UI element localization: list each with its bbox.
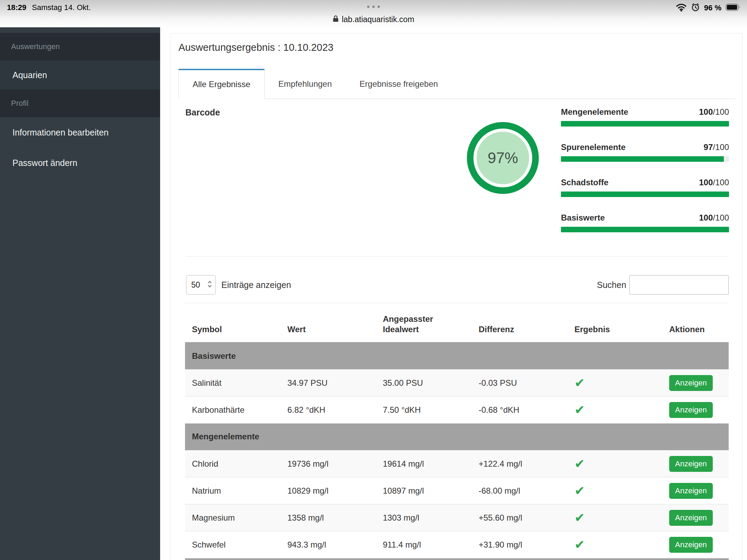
category-max: /100 [713,107,729,116]
col-differenz: Differenz [472,303,568,343]
check-icon: ✔ [574,457,585,471]
progress-bar [561,227,729,232]
ipad-status-bar: 18:29Samstag 14. Okt. 96 % [0,0,747,27]
category-value: 100 [699,178,713,187]
lock-icon [333,15,339,25]
category-max: /100 [713,178,729,187]
cell-idealwert: 19614 mg/l [376,450,472,477]
category-label: Spurenelemente [561,142,626,152]
battery-icon [726,3,741,12]
progress-fill [561,121,729,127]
category-label: Basiswerte [561,213,605,223]
progress-bar [561,156,729,162]
category-spurenelemente: Spurenelemente 97/100 [561,142,729,162]
cell-differenz: -0.68 °dKH [472,396,568,423]
progress-bar [561,192,729,197]
sidebar-header-profil: Profil [0,90,160,117]
score-donut: 97% [467,122,539,194]
page-size-select[interactable]: 50 [186,275,216,295]
table-row-schwefel: Schwefel 943.3 mg/l 911.4 mg/l +31.90 mg… [185,531,729,558]
check-icon: ✔ [574,511,585,525]
barcode-label: Barcode [185,108,220,118]
category-value: 97 [704,142,713,152]
cell-symbol: Magnesium [185,504,280,531]
cell-differenz: -0.03 PSU [472,370,568,396]
check-icon: ✔ [574,538,585,552]
table-row-salinitaet: Salinität 34.97 PSU 35.00 PSU -0.03 PSU … [185,370,729,396]
anzeigen-button[interactable]: Anzeigen [669,402,713,418]
col-symbol: Symbol [185,303,280,343]
category-basiswerte: Basiswerte 100/100 [561,213,729,232]
col-wert: Wert [280,303,376,343]
tab-empfehlungen[interactable]: Empfehlungen [265,69,346,99]
results-table: Symbol Wert Angepasster Idealwert Differ… [185,303,729,560]
anzeigen-button[interactable]: Anzeigen [669,483,713,499]
cell-symbol: Salinität [185,370,280,396]
stepper-chevrons-icon [207,280,212,290]
cell-symbol: Natrium [185,477,280,504]
search-input[interactable] [629,275,729,295]
table-row-magnesium: Magnesium 1358 mg/l 1303 mg/l +55.60 mg/… [185,504,729,531]
cell-symbol: Schwefel [185,531,280,558]
cell-wert: 34.97 PSU [280,370,376,396]
multitask-handle-dots[interactable] [367,6,380,8]
anzeigen-button[interactable]: Anzeigen [669,375,713,391]
tab-ergebnisse-freigeben[interactable]: Ergebnisse freigeben [346,69,452,99]
progress-fill [561,156,724,162]
check-icon: ✔ [574,484,585,498]
cell-idealwert: 7.50 °dKH [376,396,472,423]
status-time: 18:29 [7,3,26,12]
category-max: /100 [713,142,729,152]
tab-alle-ergebnisse[interactable]: Alle Ergebnisse [178,69,265,99]
main-content: Auswertungsergebnis : 10.10.2023 Alle Er… [160,27,747,560]
cell-wert: 6.82 °dKH [280,396,376,423]
table-section-cutoff [185,558,729,560]
status-date: Samstag 14. Okt. [32,3,91,12]
table-row-karbonathaerte: Karbonathärte 6.82 °dKH 7.50 °dKH -0.68 … [185,396,729,423]
table-row-natrium: Natrium 10829 mg/l 10897 mg/l -68.00 mg/… [185,477,729,504]
anzeigen-button[interactable]: Anzeigen [669,456,713,472]
cell-differenz: +31.90 mg/l [472,531,568,558]
cell-idealwert: 911.4 mg/l [376,531,472,558]
status-left: 18:29Samstag 14. Okt. [7,3,91,12]
cell-differenz: +122.4 mg/l [472,450,568,477]
entries-label: Einträge anzeigen [221,280,291,290]
anzeigen-button[interactable]: Anzeigen [669,510,713,526]
cell-symbol: Karbonathärte [185,396,280,423]
category-value: 100 [699,107,713,116]
alarm-icon [691,3,700,13]
cell-differenz: +55.60 mg/l [472,504,568,531]
progress-bar [561,121,729,127]
sidebar-item-informationen-bearbeiten[interactable]: Informationen bearbeiten [0,117,160,148]
sidebar: Auswertungen Aquarien Profil Information… [0,27,160,560]
cell-idealwert: 10897 mg/l [376,477,472,504]
url-text: lab.atiaquaristik.com [342,15,414,24]
sidebar-item-aquarien[interactable]: Aquarien [0,60,160,90]
category-max: /100 [713,213,729,222]
cell-wert: 943.3 mg/l [280,531,376,558]
anzeigen-button[interactable]: Anzeigen [669,537,713,553]
address-bar[interactable]: lab.atiaquaristik.com [333,15,414,25]
battery-percent: 96 % [704,3,721,12]
search-label: Suchen [597,280,626,290]
cell-idealwert: 35.00 PSU [376,370,472,396]
tab-bar: Alle Ergebnisse Empfehlungen Ergebnisse … [178,69,735,99]
col-aktionen: Aktionen [662,303,729,343]
cell-wert: 19736 mg/l [280,450,376,477]
col-angepasster-idealwert: Angepasster Idealwert [376,303,472,343]
category-label: Mengenelemente [561,107,628,117]
category-mengenelemente: Mengenelemente 100/100 [561,107,729,127]
result-card: Auswertungsergebnis : 10.10.2023 Alle Er… [170,33,743,560]
col-ergebnis: Ergebnis [568,303,662,343]
check-icon: ✔ [574,376,585,390]
category-scores: Mengenelemente 100/100 Spurenelemente 97… [561,107,729,248]
status-right: 96 % [676,3,741,13]
table-section-basiswerte: Basiswerte [185,343,729,370]
check-icon: ✔ [574,403,585,417]
score-percent: 97% [477,132,529,184]
table-section-mengenelemente: Mengenelemente [185,423,729,450]
category-schadstoffe: Schadstoffe 100/100 [561,177,729,197]
table-row-chlorid: Chlorid 19736 mg/l 19614 mg/l +122.4 mg/… [185,450,729,477]
cell-wert: 10829 mg/l [280,477,376,504]
sidebar-item-passwort-aendern[interactable]: Passwort ändern [0,148,160,178]
